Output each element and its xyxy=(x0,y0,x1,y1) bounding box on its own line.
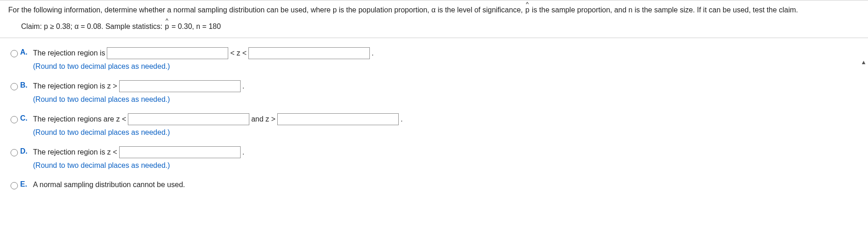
option-b-end: . xyxy=(242,81,244,92)
radio-wrap-a xyxy=(8,47,20,59)
option-d-text1: The rejection region is z < xyxy=(33,147,117,158)
option-c-input-upper[interactable] xyxy=(277,113,399,125)
option-a-label: A. xyxy=(20,47,33,56)
radio-wrap-b xyxy=(8,80,20,92)
option-a-body: The rejection region is < z < . (Round t… xyxy=(33,47,860,72)
option-d-row: D. The rejection region is z < . (Round … xyxy=(8,146,860,171)
option-d-note: (Round to two decimal places as needed.) xyxy=(33,160,860,171)
option-c-text1: The rejection regions are z < xyxy=(33,114,126,125)
option-c-note: (Round to two decimal places as needed.) xyxy=(33,127,860,138)
scroll-up-icon[interactable]: ▲ xyxy=(861,59,867,65)
option-e-line1: A normal sampling distribution cannot be… xyxy=(33,179,860,190)
option-c-end: . xyxy=(401,114,402,125)
question-header: For the following information, determine… xyxy=(0,0,868,38)
claim-line: Claim: p ≥ 0.38; α = 0.08. Sample statis… xyxy=(8,22,860,32)
radio-wrap-e xyxy=(8,179,20,191)
option-c-row: C. The rejection regions are z < and z >… xyxy=(8,113,860,138)
option-c-radio[interactable] xyxy=(11,116,18,123)
option-b-row: B. The rejection region is z > . (Round … xyxy=(8,80,860,105)
option-a-end: . xyxy=(372,48,374,59)
option-c-input-lower[interactable] xyxy=(128,113,249,125)
option-e-text1: A normal sampling distribution cannot be… xyxy=(33,179,185,190)
p-hat-symbol: ^p xyxy=(525,5,529,15)
p-hat-symbol-claim: ^p xyxy=(165,22,169,32)
claim-text-after: = 0.30, n = 180 xyxy=(170,22,221,30)
option-b-label: B. xyxy=(20,80,33,89)
option-d-label: D. xyxy=(20,146,33,155)
option-a-input-upper[interactable] xyxy=(248,47,370,59)
option-e-row: E. A normal sampling distribution cannot… xyxy=(8,179,860,191)
option-c-mid: and z > xyxy=(251,114,275,125)
radio-wrap-d xyxy=(8,146,20,158)
option-c-body: The rejection regions are z < and z > . … xyxy=(33,113,860,138)
option-e-label: E. xyxy=(20,179,33,188)
option-a-radio[interactable] xyxy=(11,50,18,57)
claim-text-pre: Claim: p ≥ 0.38; α = 0.08. Sample statis… xyxy=(21,22,165,30)
option-a-mid: < z < xyxy=(230,48,247,59)
option-d-body: The rejection region is z < . (Round to … xyxy=(33,146,860,171)
option-a-line1: The rejection region is < z < . xyxy=(33,47,860,59)
option-a-text1: The rejection region is xyxy=(33,48,105,59)
option-b-text1: The rejection region is z > xyxy=(33,81,117,92)
question-intro: For the following information, determine… xyxy=(8,5,860,15)
option-e-radio[interactable] xyxy=(11,182,18,189)
option-b-radio[interactable] xyxy=(11,83,18,90)
intro-text-part2: is the sample proportion, and n is the s… xyxy=(530,6,798,14)
option-b-line1: The rejection region is z > . xyxy=(33,80,860,92)
hat-icon: ^ xyxy=(165,17,169,23)
intro-text-part1: For the following information, determine… xyxy=(8,6,525,14)
question-page: For the following information, determine… xyxy=(0,0,868,196)
option-a-note: (Round to two decimal places as needed.) xyxy=(33,61,860,72)
option-a-row: A. The rejection region is < z < . (Roun… xyxy=(8,47,860,72)
option-c-line1: The rejection regions are z < and z > . xyxy=(33,113,860,125)
option-b-note: (Round to two decimal places as needed.) xyxy=(33,94,860,105)
option-c-label: C. xyxy=(20,113,33,122)
hat-icon: ^ xyxy=(525,1,529,7)
option-e-body: A normal sampling distribution cannot be… xyxy=(33,179,860,190)
option-d-radio[interactable] xyxy=(11,149,18,156)
option-d-end: . xyxy=(242,147,244,158)
option-d-line1: The rejection region is z < . xyxy=(33,146,860,158)
option-d-input[interactable] xyxy=(119,146,241,158)
options-block: A. The rejection region is < z < . (Roun… xyxy=(0,38,868,196)
option-b-input[interactable] xyxy=(119,80,241,92)
option-b-body: The rejection region is z > . (Round to … xyxy=(33,80,860,105)
radio-wrap-c xyxy=(8,113,20,125)
option-a-input-lower[interactable] xyxy=(107,47,228,59)
